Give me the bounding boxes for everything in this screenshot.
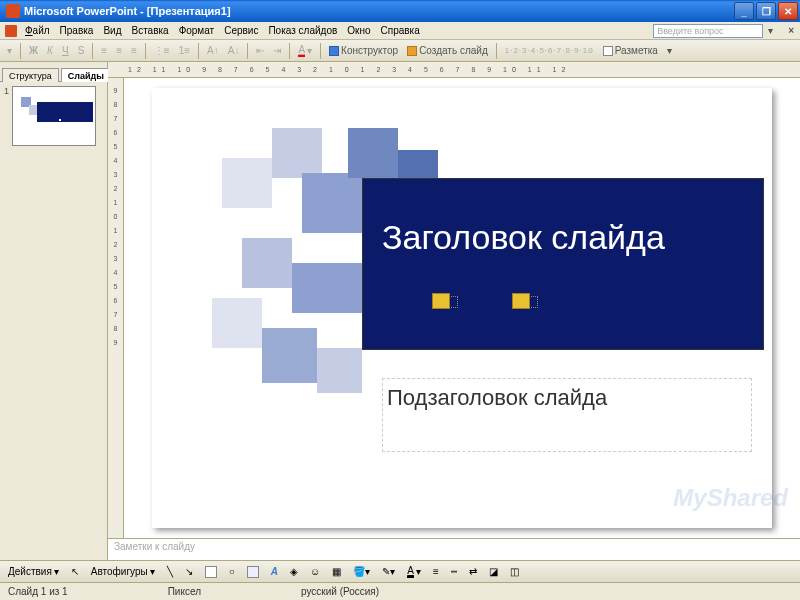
slides-sidebar: Структура Слайды × 1: [0, 62, 108, 560]
align-left-button[interactable]: ≡: [98, 44, 110, 57]
decrease-font-button[interactable]: A↓: [225, 44, 243, 57]
increase-font-button[interactable]: A↑: [204, 44, 222, 57]
menu-help[interactable]: Справка: [376, 25, 425, 36]
line-color-button[interactable]: ✎▾: [378, 565, 399, 578]
fill-color-button[interactable]: 🪣▾: [349, 565, 374, 578]
font-size-field[interactable]: ▾: [4, 44, 15, 57]
doc-restore-button[interactable]: ▾: [763, 25, 778, 36]
window-titlebar: Microsoft PowerPoint - [Презентация1] _ …: [0, 0, 800, 22]
slide-subtitle-placeholder[interactable]: Подзаголовок слайда: [382, 378, 752, 452]
thumbnail-panel: 1: [0, 82, 107, 560]
arrow-tool[interactable]: ↘: [181, 565, 197, 578]
sidebar-tabstrip: Структура Слайды ×: [0, 62, 107, 82]
underline-button[interactable]: Ч: [59, 44, 72, 57]
arrow-style-button[interactable]: ⇄: [465, 565, 481, 578]
designer-button[interactable]: Конструктор: [326, 44, 401, 57]
textbox-tool[interactable]: [243, 565, 263, 579]
toolbar-overflow-button[interactable]: ▾: [664, 44, 675, 57]
formatting-toolbar: ▾ Ж К Ч S ≡ ≡ ≡ ⋮≡ 1≡ A↑ A↓ ⇤ ⇥ A ▾ Конс…: [0, 40, 800, 62]
editor-area: 12 11 10 9 8 7 6 5 4 3 2 1 0 1 2 3 4 5 6…: [108, 62, 800, 560]
thumbnail-item[interactable]: 1: [4, 86, 103, 146]
slide[interactable]: Заголовок слайда Подзаголовок слайда: [152, 88, 772, 528]
help-search-input[interactable]: Введите вопрос: [653, 24, 763, 38]
oval-tool[interactable]: ○: [225, 565, 239, 578]
shadow-button[interactable]: S: [75, 44, 88, 57]
line-weight-button[interactable]: ≡: [429, 565, 443, 578]
shadow-style-button[interactable]: ◪: [485, 565, 502, 578]
minimize-button[interactable]: _: [734, 2, 754, 20]
wordart-tool[interactable]: A: [267, 565, 282, 578]
close-button[interactable]: ✕: [778, 2, 798, 20]
menu-tools[interactable]: Сервис: [219, 25, 263, 36]
title-background: [362, 178, 764, 350]
workspace: Структура Слайды × 1 12 11 10 9 8 7 6 5 …: [0, 62, 800, 560]
new-slide-button[interactable]: Создать слайд: [404, 44, 491, 57]
menu-bar: Файл Правка Вид Вставка Формат Сервис По…: [0, 22, 800, 40]
numbering-button[interactable]: 1≡: [176, 44, 193, 57]
italic-button[interactable]: К: [44, 44, 56, 57]
line-tool[interactable]: ╲: [163, 565, 177, 578]
thumbnail-number: 1: [4, 86, 9, 146]
dash-style-button[interactable]: ┅: [447, 565, 461, 578]
sound-icon[interactable]: [432, 293, 450, 309]
menu-insert[interactable]: Вставка: [126, 25, 173, 36]
rectangle-tool[interactable]: [201, 565, 221, 579]
status-language[interactable]: русский (Россия): [301, 586, 379, 597]
select-tool[interactable]: ↖: [67, 565, 83, 578]
doc-close-button[interactable]: ×: [784, 25, 798, 36]
menu-edit[interactable]: Правка: [55, 25, 99, 36]
menu-window[interactable]: Окно: [342, 25, 375, 36]
picture-tool[interactable]: ▦: [328, 565, 345, 578]
menu-slideshow[interactable]: Показ слайдов: [263, 25, 342, 36]
menu-file[interactable]: Файл: [20, 25, 55, 36]
window-title: Microsoft PowerPoint - [Презентация1]: [24, 5, 734, 17]
tab-slides[interactable]: Слайды: [61, 68, 111, 82]
slide-title-placeholder[interactable]: Заголовок слайда: [382, 218, 752, 257]
status-slide-position: Слайд 1 из 1: [8, 586, 68, 597]
sound-icon[interactable]: [512, 293, 530, 309]
watermark: MyShared: [673, 484, 788, 512]
menu-format[interactable]: Формат: [174, 25, 220, 36]
drawing-toolbar: Действия ▾ ↖ Автофигуры ▾ ╲ ↘ ○ A ◈ ☺ ▦ …: [0, 560, 800, 582]
autoshapes-menu[interactable]: Автофигуры ▾: [87, 565, 159, 578]
doc-icon: [5, 25, 17, 37]
align-right-button[interactable]: ≡: [128, 44, 140, 57]
slide-canvas[interactable]: Заголовок слайда Подзаголовок слайда: [124, 78, 800, 538]
status-theme: Пиксел: [168, 586, 201, 597]
bold-button[interactable]: Ж: [26, 44, 41, 57]
diagram-tool[interactable]: ◈: [286, 565, 302, 578]
font-color-button-2[interactable]: A▾: [403, 564, 425, 579]
actions-menu[interactable]: Действия ▾: [4, 565, 63, 578]
thumbnail-preview[interactable]: [12, 86, 96, 146]
increase-indent-button[interactable]: ⇥: [270, 44, 284, 57]
clipart-tool[interactable]: ☺: [306, 565, 324, 578]
menu-view[interactable]: Вид: [98, 25, 126, 36]
maximize-button[interactable]: ❐: [756, 2, 776, 20]
ruler-horizontal[interactable]: 12 11 10 9 8 7 6 5 4 3 2 1 0 1 2 3 4 5 6…: [108, 62, 800, 78]
decrease-indent-button[interactable]: ⇤: [253, 44, 267, 57]
3d-style-button[interactable]: ◫: [506, 565, 523, 578]
notes-pane[interactable]: Заметки к слайду: [108, 538, 800, 560]
layout-button[interactable]: Разметка: [600, 44, 661, 57]
font-color-button[interactable]: A ▾: [295, 43, 315, 58]
bullets-button[interactable]: ⋮≡: [151, 44, 173, 57]
align-center-button[interactable]: ≡: [113, 44, 125, 57]
ruler-vertical[interactable]: 9876543210123456789: [108, 78, 124, 538]
status-bar: Слайд 1 из 1 Пиксел русский (Россия): [0, 582, 800, 600]
powerpoint-icon: [6, 4, 20, 18]
tab-outline[interactable]: Структура: [2, 68, 59, 82]
ruler-nums: 1·2·3·4·5·6·7·8·9·10: [502, 45, 597, 56]
